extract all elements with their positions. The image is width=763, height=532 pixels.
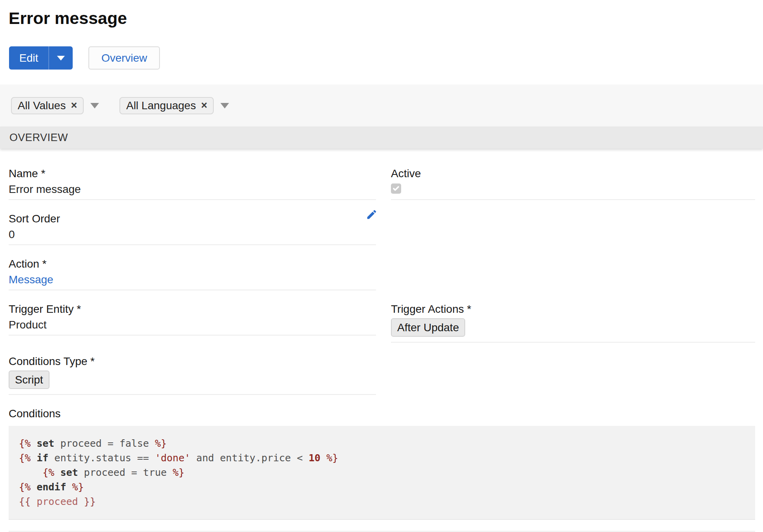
field-label: Name * [9,167,376,180]
filter-chip-all-languages[interactable]: All Languages × [119,97,214,114]
field-label: Conditions Type * [9,354,376,368]
filter-chip-label: All Values [18,99,66,112]
edit-split-button[interactable]: Edit [9,46,73,70]
divider [9,531,755,532]
overview-form: Name * Error message Active Sort Order 0… [0,149,763,532]
field-conditions: Conditions {% set proceed = false %}{% i… [9,407,755,532]
field-conditions-type: Conditions Type * Script [9,354,376,395]
filter-chip-all-values[interactable]: All Values × [11,97,84,114]
action-link[interactable]: Message [9,273,376,286]
field-trigger-actions: Trigger Actions * After Update [391,302,755,343]
remove-filter-icon[interactable]: × [71,100,77,111]
field-label: Action * [9,257,376,271]
remove-filter-icon[interactable]: × [201,100,207,111]
field-action: Action * Message [9,257,376,290]
filter-dropdown-icon[interactable] [90,103,99,108]
active-checkbox[interactable] [391,183,401,194]
field-value: Error message [9,182,376,196]
field-label: Sort Order [9,212,376,226]
field-value: Product [9,318,376,332]
chevron-down-icon [57,56,65,61]
page: Error message Edit Overview All Values ×… [0,8,763,532]
check-icon [393,185,400,192]
field-label: Active [391,167,755,180]
section-header-overview: OVERVIEW [0,127,763,149]
toolbar: Edit Overview [9,46,763,70]
filter-chip-label: All Languages [126,99,196,112]
field-value: 0 [9,227,376,241]
filter-bar: All Values × All Languages × [0,84,763,127]
field-label: Trigger Actions * [391,302,755,316]
field-label: Trigger Entity * [9,302,376,316]
filter-dropdown-icon[interactable] [220,103,229,108]
trigger-action-tag: After Update [391,318,465,337]
field-active: Active [391,167,755,200]
edit-dropdown-button[interactable] [48,46,73,70]
field-label: Conditions [9,407,755,420]
edit-pencil-icon[interactable] [366,209,378,222]
edit-button[interactable]: Edit [9,46,48,70]
field-trigger-entity: Trigger Entity * Product [9,302,376,336]
field-name: Name * Error message [9,167,376,200]
field-sort-order: Sort Order 0 [9,212,376,245]
overview-button[interactable]: Overview [88,46,160,70]
conditions-code: {% set proceed = false %}{% if entity.st… [9,426,755,520]
page-title: Error message [9,8,763,28]
conditions-type-tag: Script [9,371,50,389]
